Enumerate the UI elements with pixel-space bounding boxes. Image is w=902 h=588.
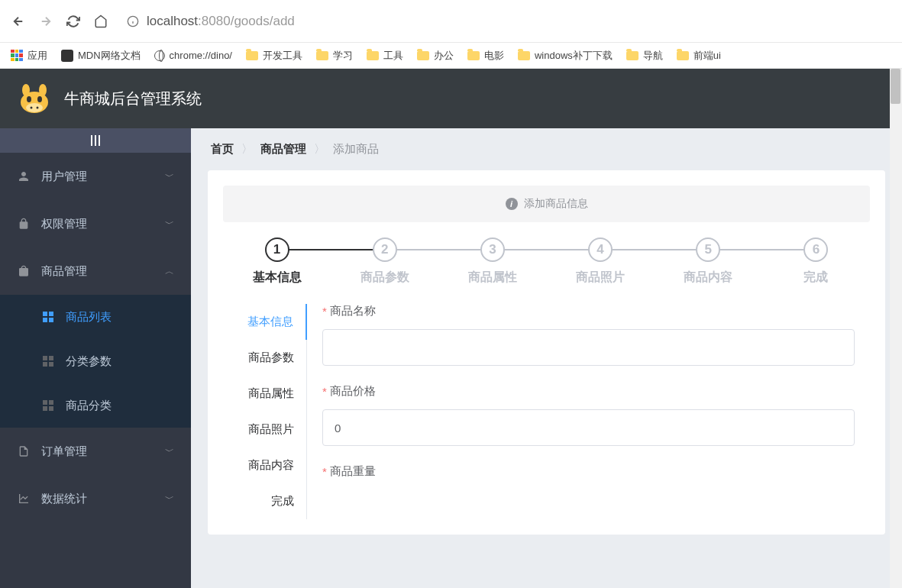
collapse-icon <box>91 135 100 146</box>
breadcrumb-sep: 〉 <box>241 142 253 157</box>
required-mark: * <box>322 305 327 318</box>
users-icon <box>17 170 31 183</box>
menu-user[interactable]: 用户管理 ﹀ <box>0 153 191 200</box>
folder-icon <box>467 51 480 60</box>
price-label: * 商品价格 <box>322 384 855 399</box>
step-2: 2 商品参数 <box>331 237 438 286</box>
menu-label: 商品管理 <box>41 264 154 279</box>
step-title: 基本信息 <box>223 270 331 286</box>
url-text: localhost:8080/goods/add <box>147 14 295 29</box>
folder-icon <box>518 51 530 60</box>
menu-permission[interactable]: 权限管理 ﹀ <box>0 200 191 247</box>
bag-icon <box>17 264 31 278</box>
home-button[interactable] <box>93 14 108 29</box>
step-title: 商品参数 <box>331 270 438 286</box>
bookmark-dino[interactable]: chrome://dino/ <box>154 50 232 61</box>
breadcrumb-parent[interactable]: 商品管理 <box>260 142 306 157</box>
info-icon: i <box>506 198 518 210</box>
svg-point-9 <box>31 107 33 109</box>
bookmark-frontend[interactable]: 前端ui <box>677 49 721 63</box>
step-3: 3 商品属性 <box>438 237 546 286</box>
scrollbar-thumb[interactable] <box>891 69 900 104</box>
chevron-up-icon: ︿ <box>165 265 174 278</box>
bookmark-office[interactable]: 办公 <box>417 49 454 63</box>
svg-point-6 <box>27 96 31 102</box>
submenu-label: 商品列表 <box>66 310 112 325</box>
chevron-down-icon: ﹀ <box>165 493 174 506</box>
tab-done[interactable]: 完成 <box>223 483 306 519</box>
tab-content[interactable]: 商品内容 <box>223 447 306 483</box>
step-number: 5 <box>696 237 720 262</box>
alert-text: 添加商品信息 <box>524 197 588 211</box>
bookmark-nav[interactable]: 导航 <box>626 49 663 63</box>
folder-icon <box>246 51 258 60</box>
step-1: 1 基本信息 <box>223 237 331 286</box>
bookmark-mdn[interactable]: MDN网络文档 <box>61 49 141 63</box>
submenu-label: 商品分类 <box>66 399 112 413</box>
folder-icon <box>417 51 429 60</box>
breadcrumb: 首页 〉 商品管理 〉 添加商品 <box>191 128 902 170</box>
folder-icon <box>316 51 328 60</box>
folder-icon <box>626 51 639 60</box>
step-5: 5 商品内容 <box>655 237 762 286</box>
step-number: 6 <box>803 237 828 262</box>
sidebar-collapse-toggle[interactable] <box>0 128 191 153</box>
bookmark-movies[interactable]: 电影 <box>467 49 504 63</box>
svg-point-8 <box>26 103 43 112</box>
steps: 1 基本信息 2 商品参数 3 商品属性 4 商品照片 <box>208 237 885 304</box>
menu-label: 订单管理 <box>41 444 154 459</box>
grid-icon <box>41 310 55 324</box>
step-title: 商品内容 <box>655 270 762 286</box>
step-number: 2 <box>373 237 397 262</box>
app-header: 牛商城后台管理系统 <box>0 69 902 128</box>
app-title: 牛商城后台管理系统 <box>64 89 202 109</box>
bookmark-tools[interactable]: 工具 <box>367 49 403 63</box>
chevron-down-icon: ﹀ <box>165 445 174 458</box>
tab-params[interactable]: 商品参数 <box>223 340 306 376</box>
submenu-goods-category[interactable]: 商品分类 <box>0 383 191 428</box>
folder-icon <box>367 51 379 60</box>
goods-price-input[interactable] <box>322 409 855 446</box>
chevron-down-icon: ﹀ <box>165 218 174 231</box>
svg-point-4 <box>22 84 30 96</box>
goods-name-input[interactable] <box>322 329 855 366</box>
reload-button[interactable] <box>66 14 81 29</box>
menu-stats[interactable]: 数据统计 ﹀ <box>0 475 191 522</box>
svg-point-7 <box>37 96 42 102</box>
scrollbar[interactable] <box>890 69 902 588</box>
step-6: 6 完成 <box>762 237 870 286</box>
menu-label: 用户管理 <box>41 170 154 184</box>
globe-icon <box>154 50 165 61</box>
step-title: 完成 <box>762 270 870 286</box>
chevron-down-icon: ﹀ <box>165 170 174 183</box>
step-number: 4 <box>588 237 613 262</box>
browser-nav-bar: localhost:8080/goods/add <box>0 0 902 43</box>
tab-attrs[interactable]: 商品属性 <box>223 376 306 412</box>
step-4: 4 商品照片 <box>547 237 655 286</box>
menu-label: 数据统计 <box>41 492 154 506</box>
grid-icon <box>41 354 55 368</box>
svg-point-5 <box>39 84 47 96</box>
apps-icon <box>11 50 23 62</box>
submenu-goods-list[interactable]: 商品列表 <box>0 295 191 339</box>
bookmark-study[interactable]: 学习 <box>316 49 353 63</box>
bookmarks-bar: 应用 MDN网络文档 chrome://dino/ 开发工具 学习 工具 办公 … <box>0 43 902 69</box>
breadcrumb-home[interactable]: 首页 <box>211 142 234 157</box>
tab-photos[interactable]: 商品照片 <box>223 412 306 447</box>
step-title: 商品属性 <box>438 270 546 286</box>
folder-icon <box>677 51 689 60</box>
info-icon <box>127 15 139 27</box>
menu-goods[interactable]: 商品管理 ︿ <box>0 247 191 295</box>
tab-basic[interactable]: 基本信息 <box>223 304 307 340</box>
bookmark-devtools[interactable]: 开发工具 <box>246 49 302 63</box>
back-button[interactable] <box>11 14 26 29</box>
bookmark-windows[interactable]: windows补丁下载 <box>518 49 613 63</box>
bookmark-apps[interactable]: 应用 <box>11 49 47 63</box>
menu-order[interactable]: 订单管理 ﹀ <box>0 428 191 475</box>
url-bar[interactable]: localhost:8080/goods/add <box>121 11 891 32</box>
breadcrumb-current: 添加商品 <box>333 142 379 157</box>
step-number: 1 <box>265 237 289 262</box>
submenu-category-params[interactable]: 分类参数 <box>0 339 191 383</box>
info-alert: i 添加商品信息 <box>223 186 870 222</box>
forward-button[interactable] <box>38 14 53 29</box>
